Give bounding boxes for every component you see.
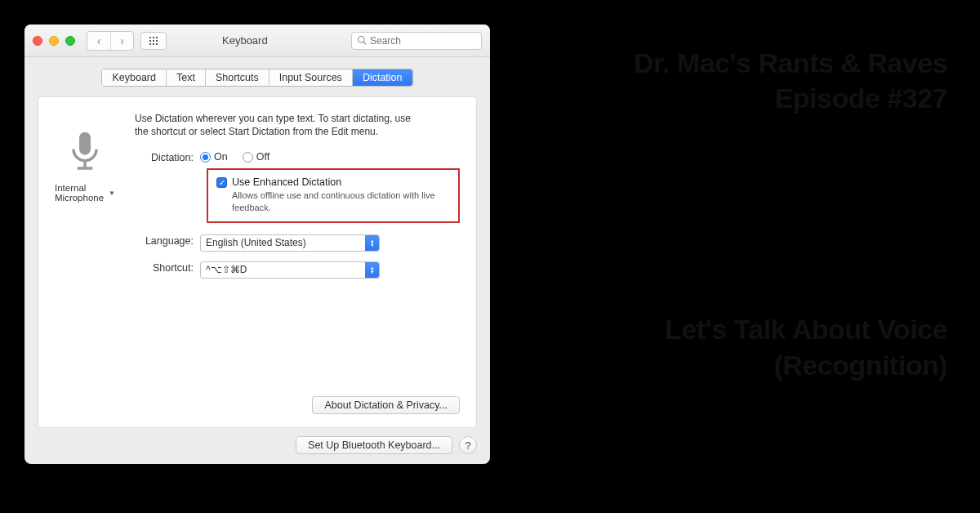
search-input[interactable] bbox=[370, 35, 476, 47]
svg-point-0 bbox=[359, 36, 365, 42]
stepper-arrows-icon bbox=[365, 235, 379, 251]
dictation-off-radio[interactable]: Off bbox=[243, 151, 270, 163]
segmented-control: Keyboard Text Shortcuts Input Sources Di… bbox=[101, 69, 412, 87]
window-footer: Set Up Bluetooth Keyboard... ? bbox=[24, 428, 490, 464]
enhanced-dictation-highlight: Use Enhanced Dictation Allows offline us… bbox=[207, 168, 460, 223]
bluetooth-keyboard-button[interactable]: Set Up Bluetooth Keyboard... bbox=[296, 436, 452, 454]
about-dictation-button[interactable]: About Dictation & Privacy... bbox=[312, 396, 460, 414]
show-all-button[interactable] bbox=[140, 32, 167, 50]
language-value: English (United States) bbox=[206, 237, 306, 248]
language-label: Language: bbox=[135, 234, 200, 247]
subtitle-line-2: (Recognition) bbox=[773, 350, 947, 381]
shortcut-value: ^⌥⇧⌘D bbox=[206, 264, 247, 275]
on-label: On bbox=[214, 151, 228, 163]
shortcut-select[interactable]: ^⌥⇧⌘D bbox=[200, 261, 380, 279]
content-pane: Internal Microphone ▼ Use Dictation wher… bbox=[38, 96, 477, 428]
enhanced-sub: Allows offline use and continuous dictat… bbox=[232, 190, 450, 213]
tab-keyboard[interactable]: Keyboard bbox=[102, 69, 167, 86]
stepper-arrows-icon bbox=[365, 262, 379, 278]
tab-text[interactable]: Text bbox=[167, 69, 206, 86]
keyboard-prefs-window: ‹ › Keyboard Keyboard Text Shortcuts Inp… bbox=[24, 25, 490, 464]
dictation-row: Dictation: On Off bbox=[135, 151, 460, 163]
language-select[interactable]: English (United States) bbox=[200, 234, 380, 252]
close-icon[interactable] bbox=[33, 36, 42, 46]
dictation-label: Dictation: bbox=[135, 151, 200, 163]
chevron-down-icon: ▼ bbox=[109, 190, 115, 197]
subtitle-line-1: Let's Talk About Voice bbox=[665, 314, 947, 345]
tab-dictation[interactable]: Dictation bbox=[353, 69, 412, 86]
radio-off-icon bbox=[243, 152, 253, 163]
mic-column: Internal Microphone ▼ bbox=[55, 110, 115, 414]
enhanced-label: Use Enhanced Dictation bbox=[232, 176, 450, 188]
grid-icon bbox=[149, 37, 158, 45]
help-button[interactable]: ? bbox=[459, 436, 477, 454]
tab-shortcuts[interactable]: Shortcuts bbox=[206, 69, 270, 86]
svg-line-1 bbox=[363, 42, 366, 44]
mic-source-dropdown[interactable]: Internal Microphone ▼ bbox=[55, 183, 115, 203]
search-icon bbox=[357, 35, 367, 47]
back-button[interactable]: ‹ bbox=[87, 32, 110, 50]
nav-buttons: ‹ › bbox=[87, 31, 134, 51]
microphone-icon bbox=[62, 128, 108, 176]
zoom-icon[interactable] bbox=[65, 36, 75, 46]
settings-column: Use Dictation wherever you can type text… bbox=[135, 110, 460, 414]
svg-rect-2 bbox=[79, 132, 91, 155]
shortcut-label: Shortcut: bbox=[135, 261, 200, 274]
window-title: Keyboard bbox=[222, 34, 268, 47]
search-field[interactable] bbox=[351, 32, 482, 50]
shortcut-row: Shortcut: ^⌥⇧⌘D bbox=[135, 261, 460, 279]
window-controls bbox=[33, 36, 75, 46]
radio-on-icon bbox=[200, 152, 211, 163]
article-subtitle: Let's Talk About Voice (Recognition) bbox=[555, 311, 947, 383]
enhanced-dictation-checkbox-row[interactable]: Use Enhanced Dictation Allows offline us… bbox=[216, 176, 450, 213]
title-line-1: Dr. Mac's Rants & Raves bbox=[634, 47, 947, 78]
language-row: Language: English (United States) bbox=[135, 234, 460, 252]
minimize-icon[interactable] bbox=[49, 36, 59, 46]
article-text: Dr. Mac's Rants & Raves Episode #327 Let… bbox=[555, 46, 947, 383]
title-line-2: Episode #327 bbox=[775, 83, 947, 114]
article-title: Dr. Mac's Rants & Raves Episode #327 bbox=[555, 46, 947, 115]
mic-source-label: Internal Microphone bbox=[55, 183, 105, 203]
dictation-on-radio[interactable]: On bbox=[200, 151, 228, 163]
forward-button[interactable]: › bbox=[110, 32, 133, 50]
tab-input-sources[interactable]: Input Sources bbox=[270, 69, 353, 86]
titlebar: ‹ › Keyboard bbox=[24, 25, 490, 57]
off-label: Off bbox=[256, 151, 270, 163]
checkbox-checked-icon bbox=[216, 177, 227, 188]
dictation-hint: Use Dictation wherever you can type text… bbox=[135, 112, 412, 138]
tab-bar: Keyboard Text Shortcuts Input Sources Di… bbox=[24, 57, 490, 87]
